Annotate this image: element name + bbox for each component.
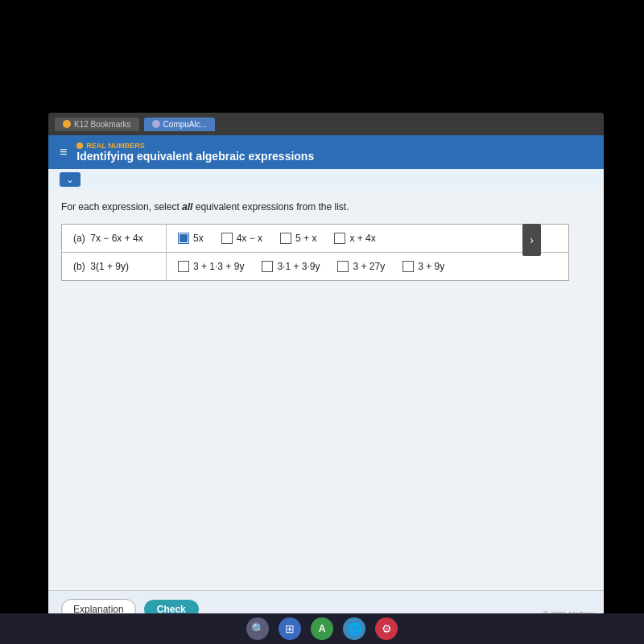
checkbox-b-2[interactable]	[262, 261, 273, 272]
option-a-x-4x[interactable]: x + 4x	[334, 233, 375, 244]
options-b-cell: 3 + 1·3 + 9y 3·1 + 3·9y 3 + 27y	[167, 253, 569, 281]
header-main-title: Identifying equivalent algebraic express…	[76, 150, 314, 163]
header-title-area: REAL NUMBERS Identifying equivalent alge…	[76, 142, 314, 163]
expression-b-label: (b) 3(1 + 9y)	[62, 253, 167, 281]
expression-a-label: (a) 7x − 6x + 4x	[62, 225, 167, 253]
content-area: For each expression, select all equivale…	[48, 190, 604, 628]
table-row: (b) 3(1 + 9y) 3 + 1·3 + 9y 3	[62, 253, 569, 281]
checkbox-a-5x[interactable]	[178, 233, 189, 244]
table-row: (a) 7x − 6x + 4x 5x 4x − x	[62, 225, 569, 253]
option-a-5-x[interactable]: 5 + x	[280, 233, 316, 244]
options-a-cell: 5x 4x − x 5 + x	[167, 225, 569, 253]
header-subtitle: REAL NUMBERS	[76, 142, 314, 150]
checkbox-b-1[interactable]	[178, 261, 189, 272]
option-b-3[interactable]: 3 + 27y	[337, 261, 385, 272]
option-b-1[interactable]: 3 + 1·3 + 9y	[178, 261, 244, 272]
option-b-2[interactable]: 3·1 + 3·9y	[262, 261, 320, 272]
collapse-button[interactable]: ⌄	[60, 172, 80, 187]
taskbar: 🔍 ⊞ A 🌐 ⚙	[0, 613, 644, 644]
checkbox-b-3[interactable]	[337, 261, 349, 272]
checkbox-a-x-4x[interactable]	[334, 233, 345, 244]
option-a-5x[interactable]: 5x	[178, 233, 204, 244]
checkbox-b-4[interactable]	[402, 261, 414, 272]
options-b: 3 + 1·3 + 9y 3·1 + 3·9y 3 + 27y	[178, 261, 557, 272]
scroll-right-button[interactable]: ›	[522, 224, 541, 256]
tab-compualc[interactable]: CompuAlc...	[144, 118, 215, 131]
expressions-table: (a) 7x − 6x + 4x 5x 4x − x	[61, 224, 569, 281]
taskbar-green-icon[interactable]: A	[311, 617, 333, 640]
hamburger-icon[interactable]: ≡	[60, 145, 67, 159]
screen: K12 Bookmarks CompuAlc... ≡ REAL NUMBERS…	[48, 113, 604, 628]
browser-chrome: K12 Bookmarks CompuAlc...	[48, 113, 604, 135]
question-instruction: For each expression, select all equivale…	[61, 201, 591, 213]
option-a-4x-x[interactable]: 4x − x	[221, 233, 262, 244]
taskbar-settings-icon[interactable]: ⚙	[375, 617, 398, 640]
option-b-4[interactable]: 3 + 9y	[402, 261, 444, 272]
orange-dot-icon	[76, 142, 83, 149]
taskbar-blue-icon[interactable]: 🌐	[343, 617, 365, 640]
checkbox-a-5-x[interactable]	[280, 233, 291, 244]
tab-bookmarks[interactable]: K12 Bookmarks	[55, 118, 139, 131]
checkbox-a-4x-x[interactable]	[221, 233, 233, 244]
options-a: 5x 4x − x 5 + x	[178, 233, 557, 244]
collapse-bar: ⌄	[48, 169, 604, 190]
taskbar-search-icon[interactable]: 🔍	[246, 617, 269, 640]
table-wrapper: (a) 7x − 6x + 4x 5x 4x − x	[61, 224, 591, 281]
app-header: ≡ REAL NUMBERS Identifying equivalent al…	[48, 135, 604, 169]
top-bezel	[0, 0, 644, 113]
taskbar-apps-icon[interactable]: ⊞	[279, 617, 301, 640]
main-content: ≡ REAL NUMBERS Identifying equivalent al…	[48, 135, 604, 628]
